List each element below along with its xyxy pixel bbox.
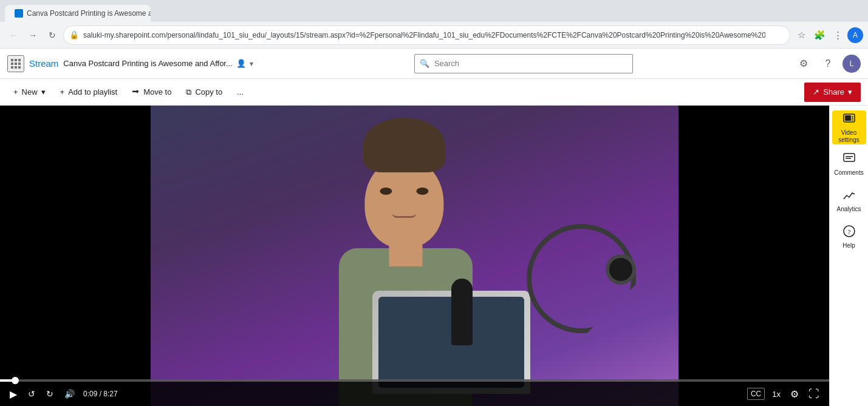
black-bar-right (678, 106, 829, 406)
share-button[interactable]: ↗ Share ▾ (804, 83, 861, 102)
copy-to-button[interactable]: ⧉ Copy to (180, 83, 228, 102)
bookmark-button[interactable]: ☆ (793, 27, 810, 44)
svg-rect-2 (18, 59, 21, 61)
analytics-label: Analytics (836, 206, 861, 213)
svg-rect-14 (844, 154, 855, 161)
address-bar-container: 🔒 (63, 25, 790, 45)
play-button[interactable]: ▶ (7, 386, 19, 402)
microphone (451, 279, 473, 345)
video-quality-button[interactable]: ⚙ (788, 386, 801, 402)
svg-rect-3 (11, 63, 13, 65)
right-sidebar: Video settings Comments Analytics (829, 106, 868, 406)
comments-sidebar-button[interactable]: Comments (832, 147, 866, 181)
sp-search-box[interactable]: 🔍 (414, 54, 633, 73)
comments-icon (842, 152, 856, 168)
video-settings-label: Video settings (835, 129, 864, 144)
video-settings-sidebar-button[interactable]: Video settings (832, 110, 866, 144)
search-icon: 🔍 (420, 59, 429, 68)
svg-rect-13 (852, 120, 853, 121)
forward-button[interactable]: ↻ (44, 387, 56, 401)
sp-header-right: ⚙ ? L (794, 54, 861, 73)
more-options-button[interactable]: ... (231, 83, 250, 102)
reload-button[interactable]: ↻ (44, 27, 61, 44)
black-bar-left (0, 106, 151, 406)
svg-rect-8 (18, 66, 21, 69)
progress-bar[interactable] (0, 379, 829, 382)
svg-rect-4 (15, 63, 17, 65)
svg-rect-12 (852, 118, 853, 119)
speed-display[interactable]: 1x (770, 387, 783, 401)
video-container: ▶ ↺ ↻ 🔊 0:09 / 8:27 CC 1x ⚙ ⛶ (0, 106, 829, 406)
svg-rect-11 (852, 116, 853, 117)
help-label: Help (842, 242, 855, 249)
forward-button[interactable]: → (24, 27, 41, 44)
move-to-button[interactable]: ⮕ Move to (126, 83, 177, 102)
video-frame (151, 106, 678, 406)
analytics-icon (842, 188, 856, 205)
plus-icon: + (13, 87, 18, 96)
stream-toolbar: + New ▾ + Add to playlist ⮕ Move to ⧉ Co… (0, 79, 868, 106)
main-area: ▶ ↺ ↻ 🔊 0:09 / 8:27 CC 1x ⚙ ⛶ (0, 106, 868, 406)
waffle-menu-button[interactable] (7, 55, 24, 72)
new-dropdown-icon: ▾ (41, 87, 46, 96)
sp-search-input[interactable] (434, 59, 627, 68)
browser-toolbar-icons: ☆ 🧩 ⋮ A (793, 27, 863, 44)
browser-menu-button[interactable]: ⋮ (829, 27, 846, 44)
browser-tabs-bar: Canva Postcard Printing is Awesome and A… (0, 0, 868, 22)
tab-title: Canva Postcard Printing is Awesome and A… (27, 9, 151, 18)
sp-video-title: Canva Postcard Printing is Awesome and A… (63, 59, 232, 68)
sp-title-area: Canva Postcard Printing is Awesome and A… (63, 59, 253, 68)
svg-text:?: ? (847, 228, 850, 235)
move-icon: ⮕ (132, 87, 140, 96)
dropdown-icon[interactable]: ▾ (250, 59, 253, 68)
comments-label: Comments (834, 169, 863, 177)
svg-rect-7 (15, 66, 17, 69)
add-to-playlist-button[interactable]: + Add to playlist (54, 83, 124, 102)
address-input[interactable] (63, 25, 790, 45)
rewind-button[interactable]: ↺ (26, 387, 38, 401)
copy-icon: ⧉ (186, 87, 191, 97)
lock-icon: 🔒 (69, 30, 79, 39)
settings-button[interactable]: ⚙ (794, 54, 813, 73)
user-avatar[interactable]: L (842, 55, 861, 73)
help-icon: ? (842, 225, 856, 241)
svg-rect-1 (15, 59, 17, 61)
volume-button[interactable]: 🔊 (62, 387, 77, 401)
svg-rect-10 (845, 115, 851, 121)
video-settings-icon (842, 112, 856, 128)
sp-search-container: 🔍 (258, 54, 789, 73)
browser-profile-avatar[interactable]: A (847, 27, 863, 43)
add-playlist-icon: + (60, 87, 65, 96)
help-button[interactable]: ? (818, 54, 838, 73)
video-player[interactable]: ▶ ↺ ↻ 🔊 0:09 / 8:27 CC 1x ⚙ ⛶ (0, 106, 829, 406)
svg-rect-5 (18, 63, 21, 65)
help-sidebar-button[interactable]: ? Help (832, 220, 866, 254)
time-display: 0:09 / 8:27 (83, 390, 118, 398)
share-dropdown-icon: ▾ (848, 87, 852, 96)
svg-rect-0 (11, 59, 13, 61)
progress-thumb[interactable] (12, 377, 19, 384)
extensions-button[interactable]: 🧩 (811, 27, 828, 44)
video-controls: ▶ ↺ ↻ 🔊 0:09 / 8:27 CC 1x ⚙ ⛶ (0, 379, 829, 406)
app-name[interactable]: Stream (29, 58, 58, 69)
browser-tab[interactable]: Canva Postcard Printing is Awesome and A… (5, 5, 151, 22)
analytics-sidebar-button[interactable]: Analytics (832, 183, 866, 217)
svg-rect-6 (11, 66, 13, 69)
sp-header: Stream Canva Postcard Printing is Awesom… (0, 49, 868, 79)
captions-button[interactable]: CC (747, 388, 765, 400)
share-icon: ↗ (813, 87, 819, 96)
tab-favicon (15, 9, 23, 18)
browser-toolbar: ← → ↻ 🔒 ☆ 🧩 ⋮ A (0, 22, 868, 49)
fullscreen-button[interactable]: ⛶ (806, 385, 822, 403)
face-area (364, 181, 443, 224)
controls-right: CC 1x ⚙ ⛶ (747, 385, 822, 403)
waffle-icon (11, 59, 21, 69)
permissions-icon: 👤 (236, 59, 246, 68)
back-button[interactable]: ← (5, 27, 22, 44)
new-button[interactable]: + New ▾ (7, 83, 52, 102)
